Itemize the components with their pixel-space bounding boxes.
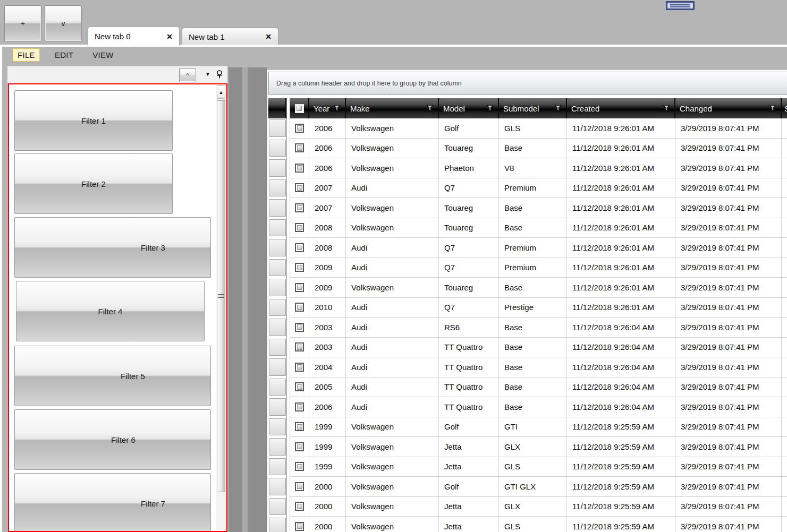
row-select-cell[interactable] bbox=[290, 258, 309, 278]
filter-panel-scrollbar[interactable]: ▲ bbox=[216, 85, 226, 530]
table-row[interactable]: 2000 Volkswagen Jetta GLS 11/12/2018 9:2… bbox=[268, 517, 787, 532]
table-row[interactable]: 2003 Audi TT Quattro Base 11/12/2018 9:2… bbox=[268, 338, 787, 358]
row-indicator-cell[interactable] bbox=[268, 198, 286, 218]
table-row[interactable]: 1999 Volkswagen Golf GTI 11/12/2018 9:25… bbox=[268, 417, 787, 437]
table-row[interactable]: 2004 Audi TT Quattro Base 11/12/2018 9:2… bbox=[268, 357, 787, 377]
row-checkbox[interactable] bbox=[295, 183, 304, 192]
table-row[interactable]: 1999 Volkswagen Jetta GLS 11/12/2018 9:2… bbox=[268, 457, 787, 477]
row-checkbox[interactable] bbox=[295, 263, 304, 272]
row-select-cell[interactable] bbox=[290, 298, 309, 318]
row-checkbox[interactable] bbox=[295, 422, 304, 431]
column-header-created[interactable]: Created bbox=[567, 98, 675, 118]
filter-funnel-icon[interactable] bbox=[426, 105, 434, 112]
filter-button[interactable]: Filter 7 bbox=[14, 473, 211, 532]
row-indicator-cell[interactable] bbox=[268, 298, 286, 318]
menu-item[interactable]: VIEW bbox=[88, 49, 118, 61]
table-row[interactable]: 2009 Volkswagen Touareg Base 11/12/2018 … bbox=[268, 278, 787, 298]
column-header-changed[interactable]: Changed bbox=[675, 98, 782, 118]
chevron-down-icon[interactable]: ▼ bbox=[205, 71, 210, 77]
row-select-cell[interactable] bbox=[290, 118, 309, 139]
row-indicator-cell[interactable] bbox=[268, 417, 286, 437]
row-indicator-cell[interactable] bbox=[268, 397, 286, 417]
row-checkbox[interactable] bbox=[295, 442, 304, 451]
column-header-submodel[interactable]: Submodel bbox=[499, 98, 567, 118]
table-row[interactable]: 2006 Audi TT Quattro Base 11/12/2018 9:2… bbox=[268, 397, 787, 417]
table-row[interactable]: 2005 Audi TT Quattro Base 11/12/2018 9:2… bbox=[268, 377, 787, 398]
menu-item[interactable]: EDIT bbox=[50, 49, 78, 61]
row-checkbox[interactable] bbox=[295, 223, 304, 232]
row-checkbox[interactable] bbox=[295, 402, 304, 411]
table-row[interactable]: 1999 Volkswagen Jetta GLX 11/12/2018 9:2… bbox=[268, 437, 787, 457]
filter-button[interactable]: Filter 4 bbox=[16, 281, 205, 341]
table-row[interactable]: 2000 Volkswagen Jetta GLX 11/12/2018 9:2… bbox=[268, 497, 787, 517]
scrollbar-thumb[interactable] bbox=[217, 100, 225, 492]
frozen-column-separator[interactable] bbox=[286, 98, 290, 118]
row-indicator-cell[interactable] bbox=[268, 218, 286, 238]
table-row[interactable]: 2000 Volkswagen Golf GTI GLX 11/12/2018 … bbox=[268, 477, 787, 497]
column-header-make[interactable]: Make bbox=[346, 98, 439, 118]
table-row[interactable]: 2007 Audi Q7 Premium 11/12/2018 9:26:01 … bbox=[268, 178, 787, 199]
row-indicator-cell[interactable] bbox=[268, 377, 286, 398]
row-checkbox[interactable] bbox=[295, 482, 304, 491]
filter-button[interactable]: Filter 2 bbox=[14, 153, 173, 214]
row-select-cell[interactable] bbox=[290, 497, 309, 517]
row-select-cell[interactable] bbox=[290, 139, 309, 159]
row-select-cell[interactable] bbox=[290, 397, 309, 417]
row-checkbox[interactable] bbox=[295, 382, 304, 391]
row-indicator-cell[interactable] bbox=[268, 118, 286, 139]
row-indicator-cell[interactable] bbox=[268, 457, 286, 477]
row-select-cell[interactable] bbox=[290, 198, 309, 218]
row-indicator-cell[interactable] bbox=[268, 278, 286, 298]
filter-funnel-icon[interactable] bbox=[663, 105, 670, 112]
row-checkbox[interactable] bbox=[295, 143, 304, 152]
row-checkbox[interactable] bbox=[295, 323, 304, 332]
row-checkbox[interactable] bbox=[295, 203, 304, 212]
row-indicator-cell[interactable] bbox=[268, 477, 286, 497]
row-checkbox[interactable] bbox=[295, 462, 304, 471]
menu-item[interactable]: FILE bbox=[13, 48, 40, 62]
filter-button[interactable]: Filter 1 bbox=[14, 90, 173, 151]
row-indicator-cell[interactable] bbox=[268, 139, 286, 159]
select-all-header[interactable] bbox=[290, 98, 309, 118]
filter-button[interactable]: Filter 5 bbox=[14, 346, 211, 406]
tab-close-icon[interactable]: ✕ bbox=[166, 32, 173, 41]
row-indicator-cell[interactable] bbox=[268, 357, 286, 377]
row-checkbox[interactable] bbox=[295, 303, 304, 312]
collapse-panel-button[interactable]: ^ bbox=[179, 68, 196, 82]
table-row[interactable]: 2010 Audi Q7 Prestige 11/12/2018 9:26:01… bbox=[268, 298, 787, 318]
filter-funnel-icon[interactable] bbox=[554, 105, 562, 112]
row-checkbox[interactable] bbox=[295, 243, 304, 252]
row-checkbox[interactable] bbox=[295, 124, 304, 133]
row-select-cell[interactable] bbox=[290, 377, 309, 398]
column-header-model[interactable]: Model bbox=[439, 98, 499, 118]
row-indicator-cell[interactable] bbox=[268, 497, 286, 517]
row-indicator-cell[interactable] bbox=[268, 517, 286, 532]
row-select-cell[interactable] bbox=[290, 338, 309, 358]
row-select-cell[interactable] bbox=[290, 178, 309, 199]
panel-splitter[interactable] bbox=[229, 67, 267, 532]
table-row[interactable]: 2009 Audi Q7 Premium 11/12/2018 9:26:01 … bbox=[268, 258, 787, 278]
filter-funnel-icon[interactable] bbox=[486, 105, 494, 112]
table-row[interactable]: 2003 Audi RS6 Base 11/12/2018 9:26:04 AM… bbox=[268, 318, 787, 338]
select-all-checkbox[interactable] bbox=[295, 104, 304, 113]
row-select-cell[interactable] bbox=[290, 218, 309, 238]
row-checkbox[interactable] bbox=[295, 342, 304, 351]
tab-new-tab-1[interactable]: New tab 1 ✕ bbox=[182, 28, 278, 45]
splitter-handle[interactable] bbox=[242, 67, 248, 532]
table-row[interactable]: 2008 Volkswagen Touareg Base 11/12/2018 … bbox=[268, 218, 787, 238]
row-checkbox[interactable] bbox=[295, 164, 304, 173]
row-checkbox[interactable] bbox=[295, 522, 304, 531]
row-select-cell[interactable] bbox=[290, 318, 309, 338]
row-checkbox[interactable] bbox=[295, 283, 304, 292]
row-select-cell[interactable] bbox=[290, 158, 309, 178]
add-tab-button[interactable]: + bbox=[4, 5, 41, 41]
tab-close-icon[interactable]: ✕ bbox=[265, 32, 272, 41]
table-row[interactable]: 2006 Volkswagen Golf GLS 11/12/2018 9:26… bbox=[268, 118, 787, 139]
filter-funnel-icon[interactable] bbox=[333, 105, 341, 112]
row-checkbox[interactable] bbox=[295, 502, 304, 511]
row-select-cell[interactable] bbox=[290, 457, 309, 477]
row-indicator-cell[interactable] bbox=[268, 178, 286, 199]
table-row[interactable]: 2006 Volkswagen Phaeton V8 11/12/2018 9:… bbox=[268, 158, 787, 178]
row-checkbox[interactable] bbox=[295, 363, 304, 372]
filter-button[interactable]: Filter 3 bbox=[14, 217, 211, 278]
